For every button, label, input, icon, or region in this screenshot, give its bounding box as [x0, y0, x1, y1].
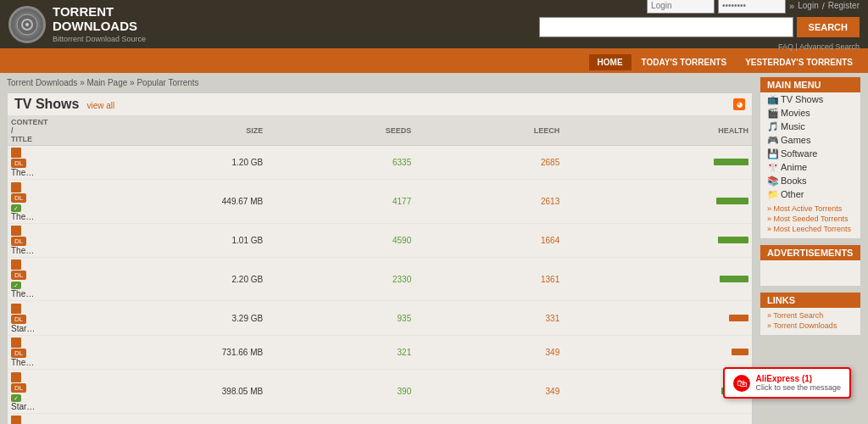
tv-shows-view-all[interactable]: view all — [87, 101, 115, 110]
sidebar-icon-books: 📚 — [767, 176, 777, 186]
navbar: HOME TODAY'S TORRENTS YESTERDAY'S TORREN… — [0, 51, 868, 73]
password-input[interactable] — [718, 0, 786, 14]
tv-shows-table: Content / Title SIZE SEEDS LEECH HEALTH … — [8, 116, 752, 424]
logo-icon — [8, 6, 46, 43]
yesterday-nav-button[interactable]: YESTERDAY'S TORRENTS — [737, 54, 861, 70]
sidebar-icon-tv: 📺 — [767, 94, 777, 104]
advertisements-title: ADVERTISEMENTS — [760, 245, 860, 260]
torrent-seeds: 390 — [266, 370, 415, 413]
logo-text: TORRENT DOWNLOADS — [53, 5, 146, 33]
register-link[interactable]: Register — [828, 1, 860, 10]
health-bar — [732, 349, 748, 355]
table-header-row: Content / Title SIZE SEEDS LEECH HEALTH — [8, 116, 752, 146]
sidebar-item-movies[interactable]: 🎬Movies — [760, 106, 860, 120]
tv-shows-title: TV Shows view all — [14, 97, 114, 112]
sidebar-item-label: TV Shows — [781, 94, 823, 104]
sidebar-item-other[interactable]: 📁Other — [760, 187, 860, 201]
login-link[interactable]: Login — [798, 1, 818, 10]
torrent-size: 3.29 GB — [38, 301, 266, 335]
download-button[interactable]: DL — [11, 159, 26, 168]
sidebar-item-books[interactable]: 📚Books — [760, 174, 860, 187]
table-row: DL Star Trek Discovery S03E01 1080p WEB … — [8, 301, 752, 335]
torrent-seeds: 4177 — [266, 180, 415, 223]
sidebar-item-tv-shows[interactable]: 📺TV Shows — [760, 92, 860, 106]
col-seeds: SEEDS — [266, 116, 415, 146]
table-row: DL Bulls Doctors S01 COMPLETE 720p WEBRi… — [8, 413, 752, 424]
ali-title: AliExpress (1) — [755, 374, 841, 383]
most-seeded-link[interactable]: » Most Seeded Torrents — [767, 215, 854, 223]
torrent-leech: 1664 — [415, 223, 563, 257]
type-icon — [11, 226, 21, 236]
table-row: DL ✓ The Mandalorian S02E03 Chapter 6 10… — [8, 258, 752, 301]
sidebar-item-label: Books — [781, 176, 807, 186]
sidebar-icon-games: 🎮 — [767, 135, 777, 145]
most-leeched-link[interactable]: » Most Leeched Torrents — [767, 225, 854, 233]
download-button[interactable]: DL — [11, 237, 26, 246]
download-button[interactable]: DL — [11, 349, 26, 358]
type-icon — [11, 372, 21, 382]
health-bar — [729, 315, 748, 321]
ali-popup[interactable]: 🛍 AliExpress (1) Click to see the messag… — [723, 367, 851, 399]
separator: » — [789, 1, 794, 11]
torrent-size: V17.28 MB — [38, 413, 266, 424]
table-row: DL The Mandalorian S03E04 Chapter 9 The … — [8, 335, 752, 369]
header: TORRENT DOWNLOADS Bittorrent Download So… — [0, 0, 868, 51]
download-button[interactable]: DL — [11, 193, 26, 203]
torrent-health — [563, 335, 752, 369]
download-button[interactable]: DL — [11, 383, 26, 393]
rss-icon[interactable]: ◕ — [733, 98, 745, 110]
advertisements-box: ADVERTISEMENTS — [760, 244, 861, 287]
col-title: Content / Title — [8, 116, 38, 146]
torrent-search-link[interactable]: » Torrent Search — [767, 311, 854, 320]
table-row: DL The Mandalorian S02E01 720p DSNP WEBR… — [8, 223, 752, 257]
advanced-search-link[interactable]: FAQ | Advanced Search — [778, 42, 860, 51]
home-nav-button[interactable]: HOME — [589, 54, 632, 70]
download-button[interactable]: DL — [11, 315, 26, 324]
links-content: » Torrent Search » Torrent Downloads — [760, 308, 860, 335]
sidebar-item-anime[interactable]: 🎌Anime — [760, 160, 860, 174]
sidebar-items: 📺TV Shows🎬Movies🎵Music🎮Games💾Software🎌An… — [760, 92, 860, 201]
torrent-title-cell: DL Bulls Doctors S01 COMPLETE 720p WEBRi… — [8, 413, 38, 424]
type-icon — [11, 304, 21, 314]
torrent-name: The Mandalorian S02E03 Chapter 6 1080p D… — [11, 289, 35, 298]
torrent-seeds: 49 — [266, 413, 415, 424]
tv-shows-tbody: DL The Mandalorian S02E04 1080p DSNP WEB… — [8, 146, 752, 425]
torrent-size: 398.05 MB — [38, 370, 266, 413]
sidebar-item-games[interactable]: 🎮Games — [760, 133, 860, 147]
sidebar-item-label: Software — [781, 148, 817, 159]
logo-subtitle: Bittorrent Download Source — [53, 35, 146, 43]
torrent-leech: 2685 — [415, 146, 563, 180]
torrent-leech: 331 — [415, 301, 563, 335]
sidebar-item-music[interactable]: 🎵Music — [760, 120, 860, 133]
ali-text: AliExpress (1) Click to see the message — [755, 374, 841, 392]
tv-shows-section: TV Shows view all ◕ Content / Title SIZE… — [7, 92, 753, 424]
torrent-size: 731.66 MB — [38, 335, 266, 369]
search-input[interactable] — [539, 17, 793, 37]
tv-shows-title-text: TV Shows — [14, 97, 79, 111]
torrent-name: Star Trek Discovery S03E05 WEB x264-PHOE… — [11, 402, 35, 411]
torrent-leech: 1361 — [415, 258, 563, 301]
sidebar-item-label: Other — [781, 189, 804, 199]
type-icon — [11, 259, 21, 270]
torrent-title-cell: DL ✓ The Mandalorian S02E03 Chapter 6 10… — [8, 258, 38, 301]
health-bar — [718, 237, 748, 243]
svg-point-2 — [25, 23, 29, 26]
torrent-title-cell: DL ✓ Star Trek Discovery S03E05 WEB x264… — [8, 370, 38, 413]
most-active-link[interactable]: » Most Active Torrents — [767, 204, 854, 213]
logo-area: TORRENT DOWNLOADS Bittorrent Download So… — [8, 5, 146, 43]
sidebar-icon-other: 📁 — [767, 189, 777, 199]
download-button[interactable]: DL — [11, 271, 26, 280]
type-icon — [11, 416, 21, 424]
today-nav-button[interactable]: TODAY'S TORRENTS — [633, 54, 736, 70]
sidebar-item-label: Games — [781, 135, 810, 145]
torrent-title-cell: DL The Mandalorian S02E01 720p DSNP WEBR… — [8, 223, 38, 257]
sidebar-item-software[interactable]: 💾Software — [760, 147, 860, 160]
main-menu-box: MAIN MENU 📺TV Shows🎬Movies🎵Music🎮Games💾S… — [760, 76, 861, 239]
torrent-health — [563, 180, 752, 223]
torrent-title-cell: DL ✓ The Mandalorian S02E01 WEBRip x264-… — [8, 180, 38, 223]
torrent-downloads-link[interactable]: » Torrent Downloads — [767, 321, 854, 330]
main-menu-title: MAIN MENU — [760, 77, 860, 92]
sidebar-extra-links: » Most Active Torrents » Most Seeded Tor… — [760, 201, 860, 238]
login-input[interactable] — [647, 0, 715, 14]
search-button[interactable]: SEARCH — [797, 17, 860, 37]
